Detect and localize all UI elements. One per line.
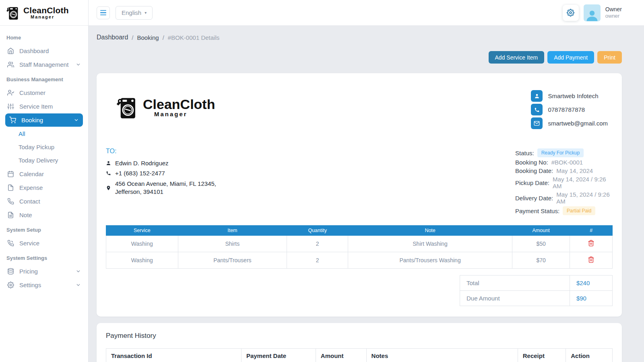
cell-item: Shirts	[178, 236, 287, 252]
sidebar-item-pricing[interactable]: Pricing	[0, 265, 88, 278]
status-label: Status:	[515, 150, 534, 156]
col-header-quantity: Quantity	[287, 226, 348, 236]
to-heading: TO:	[106, 148, 216, 155]
company-email: smartweb@gmail.com	[548, 120, 608, 127]
calendar-icon	[7, 171, 14, 177]
status-badge: Ready For Pickup	[537, 148, 584, 157]
payment-status-label: Payment Status:	[515, 208, 559, 214]
customer-name: Edwin D. Rodriguez	[115, 160, 169, 167]
customer-address-row: 456 Ocean Avenue, Miami, FL 12345, Jeffe…	[106, 180, 216, 196]
trash-icon[interactable]	[588, 256, 594, 263]
cell-service: Washing	[106, 252, 178, 269]
sidebar-item-dashboard[interactable]: Dashboard	[0, 44, 88, 58]
totals-table: Total $240 Due Amount $90	[460, 275, 613, 306]
sidebar-item-staff-management[interactable]: Staff Management	[0, 58, 88, 71]
company-phone: 07878787878	[548, 106, 585, 113]
customer-phone-row: +1 (683) 152-2477	[106, 170, 216, 177]
phone-icon	[106, 171, 111, 176]
company-name-row: Smartweb Infotech	[531, 90, 608, 102]
booking-no-row: Booking No: #BOK-0001	[515, 159, 613, 166]
brand-tagline: Manager	[31, 14, 69, 19]
company-name: Smartweb Infotech	[548, 93, 598, 99]
gear-icon	[7, 282, 14, 288]
due-amount-value: $90	[570, 291, 612, 306]
sidebar-item-label: Staff Management	[19, 61, 68, 68]
breadcrumb-current: #BOK-0001 Details	[168, 34, 219, 41]
phone-icon	[7, 198, 14, 205]
sidebar-item-service-item[interactable]: Service Item	[0, 100, 88, 113]
sidebar-item-settings[interactable]: Settings	[0, 278, 88, 292]
add-payment-button[interactable]: Add Payment	[547, 51, 594, 64]
person-icon	[106, 160, 111, 166]
sidebar-item-label: Service	[19, 240, 39, 247]
pickup-date-label: Pickup Date:	[515, 179, 549, 186]
sidebar: CleanCloth Manager Home Dashboard Staff …	[0, 0, 89, 362]
col-header-amount: Amount	[512, 226, 570, 236]
total-value: $240	[570, 276, 612, 291]
delivery-date-row: Delivery Date: May 15, 2024 / 9:26 AM	[515, 191, 613, 205]
payment-history-card: Payment History Transaction Id Payment D…	[97, 323, 622, 362]
sidebar-subitem-today-delivery[interactable]: Today Delivery	[0, 154, 88, 167]
col-header-item: Item	[178, 226, 287, 236]
user-meta: Owner owner	[605, 6, 622, 20]
invoice-brand-tagline: Manager	[154, 111, 215, 118]
chevron-down-icon	[76, 62, 81, 67]
sidebar-item-contact[interactable]: Contact	[0, 195, 88, 208]
booking-no-value: #BOK-0001	[551, 159, 583, 166]
payment-status-row: Payment Status: Partial Paid	[515, 206, 613, 215]
chevron-down-icon	[76, 269, 81, 274]
menu-toggle-button[interactable]	[97, 6, 110, 19]
sidebar-item-service[interactable]: Service	[0, 237, 88, 250]
sidebar-item-booking[interactable]: Booking	[5, 113, 83, 127]
brand-name: CleanCloth	[23, 6, 69, 14]
sidebar-nav: Home Dashboard Staff Management Business…	[0, 26, 88, 292]
breadcrumb-dashboard[interactable]: Dashboard	[97, 34, 128, 41]
sidebar-item-label: Customer	[19, 89, 45, 96]
nav-section-system-setup: System Setup	[0, 222, 88, 236]
brand-text: CleanCloth Manager	[23, 6, 69, 19]
table-row: Washing Pants/Trousers 2 Pants/Trousers …	[106, 252, 613, 269]
sidebar-item-customer[interactable]: Customer	[0, 86, 88, 99]
user-role: owner	[605, 13, 622, 19]
col-header-amount: Amount	[316, 349, 366, 362]
sidebar-item-expense[interactable]: Expense	[0, 181, 88, 194]
customer-address-line1: 456 Ocean Avenue, Miami, FL 12345,	[115, 180, 216, 187]
service-table-header-row: Service Item Quantity Note Amount #	[106, 226, 613, 236]
sidebar-item-label: Dashboard	[19, 47, 49, 54]
shopping-cart-icon	[9, 117, 16, 123]
sidebar-item-note[interactable]: Note	[0, 208, 88, 222]
nav-section-home: Home	[0, 30, 88, 44]
home-icon	[7, 47, 14, 54]
sidebar-item-label: Service Item	[19, 103, 53, 110]
cell-item: Pants/Trousers	[178, 252, 287, 269]
breadcrumb-booking[interactable]: Booking	[137, 34, 159, 41]
sidebar-subitem-all[interactable]: All	[0, 127, 88, 140]
cell-note: Shirt Washing	[348, 236, 512, 252]
map-pin-icon	[106, 185, 111, 191]
service-items-table: Service Item Quantity Note Amount # Wash…	[106, 225, 613, 269]
due-amount-row: Due Amount $90	[460, 291, 613, 306]
cell-service: Washing	[106, 236, 178, 252]
sidebar-item-label: Settings	[19, 282, 41, 288]
add-service-item-button[interactable]: Add Service Item	[489, 51, 545, 64]
col-header-service: Service	[106, 226, 178, 236]
payment-status-badge: Partial Paid	[563, 206, 595, 215]
nav-section-system-settings: System Settings	[0, 250, 88, 264]
chevron-down-icon	[74, 117, 79, 123]
sidebar-subitem-today-pickup[interactable]: Today Pickup	[0, 140, 88, 154]
booking-date-row: Booking Date: May 14, 2024	[515, 167, 613, 174]
booking-date-label: Booking Date:	[515, 167, 553, 174]
trash-icon[interactable]	[588, 240, 594, 247]
settings-button[interactable]	[563, 5, 579, 21]
company-contact-block: Smartweb Infotech 07878787878 smartweb@g…	[531, 90, 608, 129]
user-check-icon	[7, 89, 14, 96]
gear-icon	[567, 9, 574, 16]
print-button[interactable]: Print	[597, 51, 622, 64]
col-header-action: Action	[566, 349, 613, 362]
booking-info-block: Status: Ready For Pickup Booking No: #BO…	[515, 148, 613, 217]
file-text-icon	[7, 212, 14, 218]
payment-table-header-row: Transaction Id Payment Date Amount Notes…	[106, 349, 613, 362]
avatar[interactable]	[584, 4, 601, 21]
language-dropdown[interactable]: English ▾	[116, 6, 153, 20]
sidebar-item-calendar[interactable]: Calendar	[0, 167, 88, 181]
